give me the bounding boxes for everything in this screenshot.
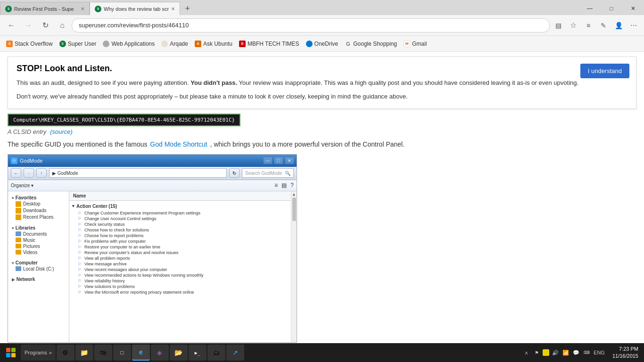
tab-1-close[interactable]: × (81, 5, 84, 12)
tray-volume-icon[interactable]: 🔊 (551, 348, 560, 357)
action-center-item-1[interactable]: ⚐ Change Customer Experience Improvement… (72, 210, 288, 216)
menu-icon[interactable]: ≡ (582, 19, 595, 32)
taskbar-app-explorer[interactable]: 🗂 (207, 345, 225, 361)
organize-button[interactable]: Organize ▾ (11, 183, 33, 188)
close-button[interactable]: ✕ (622, 2, 644, 15)
bookmark-arqade[interactable]: Arqade (158, 39, 191, 49)
sidebar-item-desktop[interactable]: Desktop (8, 201, 69, 207)
tray-color-icon[interactable] (543, 349, 549, 356)
forward-button[interactable]: → (21, 18, 36, 33)
view-icon1[interactable]: ≡ (274, 182, 278, 189)
sidebar-item-documents[interactable]: Documents (8, 231, 69, 237)
libraries-label: Libraries (16, 225, 35, 230)
bookmark-askubuntu[interactable]: A Ask Ubuntu (191, 39, 236, 49)
taskbar-app-vs[interactable]: ◈ (151, 345, 169, 361)
gm-forward[interactable]: → (24, 168, 34, 178)
account-icon[interactable]: 👤 (612, 19, 625, 32)
action-center-item-12[interactable]: ⚐ View recommended actions to keep Windo… (72, 272, 288, 278)
action-center-item-13[interactable]: ⚐ View reliability history (72, 278, 288, 284)
stop-banner: STOP! Look and Listen. This was an audit… (8, 57, 636, 109)
item-5-label: Choose how to report problems (84, 233, 144, 238)
godmode-organize-bar: Organize ▾ ≡ ▤ ? (8, 180, 297, 191)
godmode-title-icon: G (11, 157, 17, 164)
edit-icon[interactable]: ✎ (597, 19, 610, 32)
bookmark-stackoverflow[interactable]: S Stack Overflow (3, 39, 56, 49)
bookmark-onedrive[interactable]: OneDrive (303, 39, 342, 49)
address-bar[interactable]: superuser.com/review/first-posts/464110 (72, 18, 550, 33)
back-button[interactable]: ← (4, 18, 19, 33)
action-center-item-3[interactable]: ⚐ Check security status (72, 222, 288, 227)
so-favicon: S (6, 41, 13, 47)
tray-expand-icon[interactable]: ∧ (522, 348, 530, 357)
taskbar-clock[interactable]: 7:23 PM 11/16/2015 (609, 346, 642, 360)
sidebar-item-recent[interactable]: Recent Places (8, 214, 69, 221)
add-tab-button[interactable]: + (180, 2, 195, 15)
sidebar-item-localdisk[interactable]: Local Disk (C:) (8, 266, 69, 272)
item-7-label: Restore your computer to an earlier time (84, 245, 160, 249)
taskbar-app-edge[interactable]: e (132, 345, 150, 361)
scroll-thumb[interactable] (292, 197, 296, 221)
understand-button[interactable]: I understand (580, 64, 629, 78)
godmode-link[interactable]: God Mode Shortcut (150, 140, 207, 148)
taskbar-app-virtualbox[interactable]: □ (113, 345, 131, 361)
tray-network-icon[interactable]: 📶 (561, 348, 570, 357)
favorites-icon[interactable]: ☆ (567, 19, 580, 32)
gm-win-close[interactable]: ✕ (285, 157, 294, 164)
sidebar-item-videos[interactable]: Videos (8, 249, 69, 255)
reader-view-icon[interactable]: ▤ (552, 19, 565, 32)
action-center-item-6[interactable]: ⚐ Fix problems with your computer (72, 239, 288, 244)
programs-button[interactable]: Programs » (21, 345, 56, 361)
godmode-search[interactable]: Search GodMode 🔍 (242, 168, 294, 178)
maximize-button[interactable]: □ (601, 2, 622, 15)
tab-1[interactable]: S Review First Posts - Supe × (0, 2, 90, 15)
action-center-item-2[interactable]: ⚐ Change User Account Control settings (72, 216, 288, 222)
bookmark-mbfh[interactable]: B MBFH TECH TIMES (236, 39, 303, 49)
bookmark-webapplications[interactable]: Web Applications (99, 39, 158, 49)
tray-keyboard-icon[interactable]: ⌨ (582, 348, 591, 357)
tray-language-label[interactable]: ENG (593, 350, 606, 355)
taskbar-app-files[interactable]: 📁 (75, 345, 93, 361)
clock-date: 11/16/2015 (612, 353, 638, 360)
taskbar-app-terminal[interactable]: ▶_ (189, 345, 206, 361)
refresh-button[interactable]: ↻ (38, 18, 53, 33)
gm-up[interactable]: ↑ (36, 168, 47, 178)
action-center-item-4[interactable]: ⚐ Choose how to check for solutions (72, 227, 288, 233)
start-button[interactable] (2, 344, 20, 361)
taskbar-app-settings[interactable]: ⚙ (57, 345, 74, 361)
action-center-item-5[interactable]: ⚐ Choose how to report problems (72, 233, 288, 239)
action-center-item-9[interactable]: ⚐ View all problem reports (72, 255, 288, 261)
bookmark-superuser[interactable]: S Super User (56, 39, 100, 49)
tab-2-close[interactable]: × (171, 5, 175, 12)
gm-win-maximize[interactable]: □ (274, 157, 283, 164)
gm-win-minimize[interactable]: — (264, 157, 272, 164)
godmode-address[interactable]: ▶ GodMode (49, 168, 227, 178)
address-bar-row: ← → ↻ ⌂ superuser.com/review/first-posts… (0, 15, 644, 36)
minimize-button[interactable]: — (579, 2, 601, 15)
tray-message-icon[interactable]: 💬 (572, 348, 580, 357)
action-center-item-8[interactable]: ⚐ Review your computer's status and reso… (72, 250, 288, 255)
more-icon[interactable]: ⋯ (627, 19, 640, 32)
gm-refresh[interactable]: ↻ (229, 168, 239, 178)
sidebar-item-music[interactable]: Music (8, 237, 69, 243)
taskbar-app-store[interactable]: 🛍 (94, 345, 112, 361)
home-button[interactable]: ⌂ (55, 18, 70, 33)
action-center-item-10[interactable]: ⚐ View message archive (72, 261, 288, 267)
help-icon[interactable]: ? (290, 182, 294, 189)
scroll-up-arrow[interactable]: ▲ (292, 192, 296, 197)
bookmark-googleshopping[interactable]: G Google Shopping (341, 39, 400, 49)
view-icon2[interactable]: ▤ (281, 182, 287, 189)
action-center-item-7[interactable]: ⚐ Restore your computer to an earlier ti… (72, 244, 288, 250)
taskbar-app-arrow[interactable]: ↗ (226, 345, 244, 361)
action-center-item-14[interactable]: ⚐ View solutions to problems (72, 284, 288, 289)
gm-back[interactable]: ← (11, 168, 21, 178)
favorites-label: Favorites (16, 195, 36, 200)
taskbar-app-folder2[interactable]: 📂 (170, 345, 188, 361)
sidebar-item-downloads[interactable]: Downloads (8, 207, 69, 214)
tab-2[interactable]: S Why does the review tab scr × (90, 2, 180, 15)
tray-notification-icon[interactable]: ⚑ (532, 348, 541, 357)
action-center-item-11[interactable]: ⚐ View recent messages about your comput… (72, 267, 288, 272)
bookmark-gmail[interactable]: M Gmail (400, 39, 430, 49)
clsid-source-link[interactable]: (source) (50, 128, 73, 135)
sidebar-item-pictures[interactable]: Pictures (8, 243, 69, 249)
action-center-item-15[interactable]: ⚐ View the Microsoft error reporting pri… (72, 289, 288, 295)
